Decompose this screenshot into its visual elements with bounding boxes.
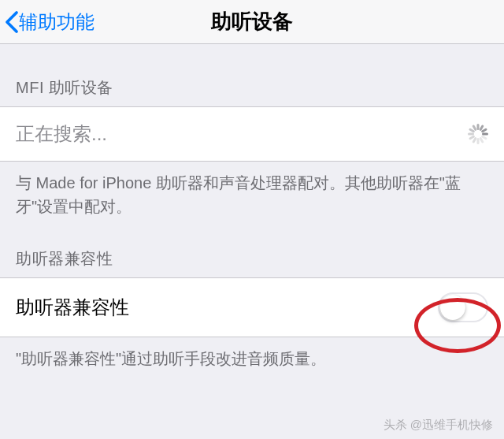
section-footer-compat: "助听器兼容性"通过助听手段改进音频质量。 — [0, 337, 504, 380]
searching-label: 正在搜索... — [16, 121, 107, 147]
toggle-knob — [440, 295, 465, 320]
navbar: 辅助功能 助听设备 — [0, 0, 504, 44]
searching-row: 正在搜索... — [0, 106, 504, 162]
chevron-left-icon — [5, 10, 19, 34]
back-label: 辅助功能 — [19, 9, 94, 35]
compat-row[interactable]: 助听器兼容性 — [0, 277, 504, 337]
section-header-compat: 助听器兼容性 — [0, 228, 504, 277]
section-footer-mfi: 与 Made for iPhone 助听器和声音处理器配对。其他助听器在"蓝牙"… — [0, 162, 504, 228]
compat-toggle[interactable] — [438, 292, 488, 322]
loading-spinner-icon — [468, 124, 488, 144]
back-button[interactable]: 辅助功能 — [0, 9, 94, 35]
watermark-text: 头杀 @迅维手机快修 — [384, 418, 493, 433]
compat-label: 助听器兼容性 — [16, 295, 129, 320]
section-header-mfi: MFI 助听设备 — [0, 44, 504, 106]
